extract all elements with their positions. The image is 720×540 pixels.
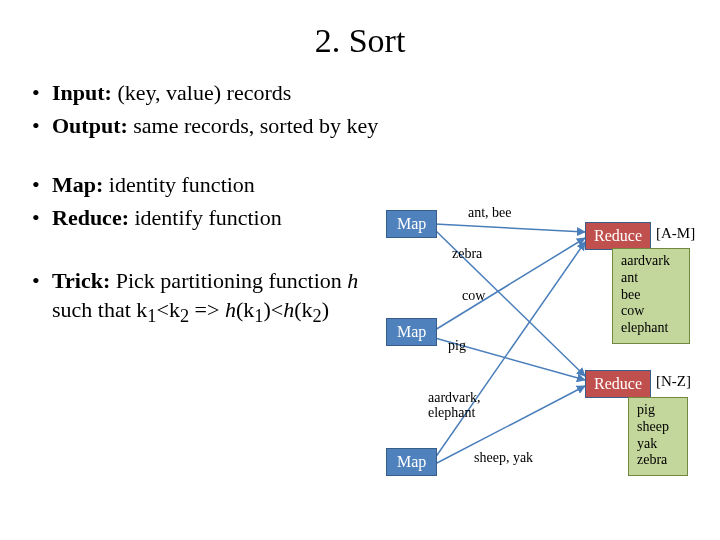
range-label-am: [A-M] [656, 225, 695, 242]
bullet-group-3: Trick: Pick partitioning function h such… [30, 266, 370, 329]
bullet-trick: Trick: Pick partitioning function h such… [30, 266, 370, 329]
bullet-label: Reduce: [52, 205, 129, 230]
edge-label-sheep-yak: sheep, yak [474, 450, 533, 465]
edge-label-aardvark-elephant: aardvark, elephant [428, 390, 480, 421]
edge-label-pig: pig [448, 338, 466, 353]
bullet-text: identify function [129, 205, 282, 230]
result-item: elephant [621, 320, 681, 337]
bullet-map: Map: identity function [30, 170, 380, 199]
bullet-label: Trick: [52, 268, 110, 293]
svg-line-0 [435, 224, 585, 232]
result-item: pig [637, 402, 679, 419]
bullet-group-2: Map: identity function Reduce: identify … [30, 170, 380, 232]
bullet-text: identity function [103, 172, 255, 197]
bullet-text: (key, value) records [112, 80, 291, 105]
edge-label-cow: cow [462, 288, 485, 303]
result-item: bee [621, 287, 681, 304]
reduce-box-nz: Reduce [585, 370, 651, 398]
map-box-3: Map [386, 448, 437, 476]
result-item: aardvark [621, 253, 681, 270]
reduce-box-am: Reduce [585, 222, 651, 250]
map-box-2: Map [386, 318, 437, 346]
result-item: zebra [637, 452, 679, 469]
bullet-input: Input: (key, value) records [30, 78, 690, 107]
edge-label-zebra: zebra [452, 246, 482, 261]
bullet-label: Map: [52, 172, 103, 197]
edge-label-ant-bee: ant, bee [468, 205, 512, 220]
result-box-nz: pig sheep yak zebra [628, 397, 688, 476]
bullet-group-1: Input: (key, value) records Output: same… [30, 78, 690, 140]
bullet-label: Output: [52, 113, 128, 138]
sort-diagram: Map Map Map Reduce Reduce [A-M] [N-Z] an… [380, 200, 710, 520]
result-item: cow [621, 303, 681, 320]
result-item: ant [621, 270, 681, 287]
result-box-am: aardvark ant bee cow elephant [612, 248, 690, 344]
bullet-label: Input: [52, 80, 112, 105]
map-box-1: Map [386, 210, 437, 238]
result-item: sheep [637, 419, 679, 436]
bullet-reduce: Reduce: identify function [30, 203, 380, 232]
range-label-nz: [N-Z] [656, 373, 691, 390]
slide-title: 2. Sort [0, 0, 720, 70]
bullet-text: Pick partitioning function [110, 268, 347, 293]
bullet-output: Output: same records, sorted by key [30, 111, 690, 140]
result-item: yak [637, 436, 679, 453]
bullet-text: same records, sorted by key [128, 113, 378, 138]
